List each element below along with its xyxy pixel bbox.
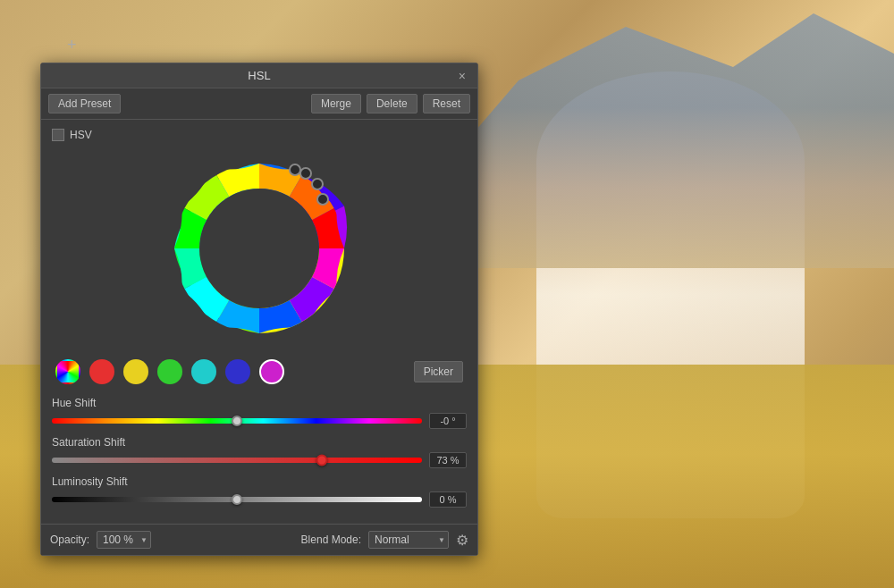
opacity-select-wrapper: 100 % 75 % 50 % 25 % [97, 531, 151, 549]
color-wheel-svg [161, 150, 358, 347]
svg-point-4 [290, 164, 300, 175]
saturation-shift-thumb[interactable] [316, 455, 328, 466]
blend-mode-select[interactable]: Normal Multiply Screen Overlay Soft Ligh… [368, 531, 449, 549]
hsv-row: HSV [52, 129, 467, 141]
blend-mode-select-wrapper: Normal Multiply Screen Overlay Soft Ligh… [368, 531, 449, 549]
svg-point-5 [300, 168, 311, 179]
saturation-shift-section: Saturation Shift 73 % [52, 436, 467, 468]
hsv-checkbox[interactable] [52, 129, 64, 141]
swatch-magenta[interactable] [259, 359, 284, 384]
panel-footer: Opacity: 100 % 75 % 50 % 25 % Blend Mode… [41, 524, 477, 555]
luminosity-shift-value: 0 % [429, 491, 467, 508]
picker-button[interactable]: Picker [414, 361, 463, 382]
opacity-label: Opacity: [50, 533, 89, 546]
luminosity-shift-section: Luminosity Shift 0 % [52, 475, 467, 508]
crosshair-cursor: + [67, 36, 85, 54]
hue-shift-row: -0 ° [52, 413, 467, 429]
settings-gear-icon[interactable]: ⚙ [456, 532, 468, 549]
panel-title: HSL [248, 69, 270, 82]
hsl-panel: HSL × Add Preset Merge Delete Reset HSV [40, 63, 478, 556]
swatch-blue[interactable] [225, 359, 250, 384]
panel-titlebar: HSL × [41, 63, 477, 88]
hue-shift-label: Hue Shift [52, 397, 467, 409]
swatch-cyan[interactable] [191, 359, 216, 384]
panel-toolbar: Add Preset Merge Delete Reset [41, 88, 477, 120]
saturation-shift-value: 73 % [429, 452, 467, 468]
svg-point-7 [317, 194, 328, 205]
hue-shift-section: Hue Shift -0 ° [52, 397, 467, 429]
swatch-green[interactable] [157, 359, 182, 384]
reset-button[interactable]: Reset [423, 94, 470, 113]
opacity-select[interactable]: 100 % 75 % 50 % 25 % [97, 531, 151, 549]
delete-button[interactable]: Delete [367, 94, 417, 113]
color-wheel-container [52, 150, 467, 347]
hue-shift-thumb[interactable] [232, 416, 242, 426]
swatch-red[interactable] [89, 359, 114, 384]
color-wheel-wrapper[interactable] [161, 150, 358, 347]
luminosity-shift-label: Luminosity Shift [52, 475, 467, 488]
svg-point-6 [312, 179, 323, 189]
saturation-shift-row: 73 % [52, 452, 467, 468]
hue-shift-value: -0 ° [429, 413, 467, 429]
luminosity-shift-thumb[interactable] [232, 494, 242, 505]
panel-body: HSV [41, 120, 477, 524]
luminosity-shift-track[interactable] [52, 497, 422, 502]
svg-point-3 [199, 189, 319, 308]
swatches-row: Picker [52, 359, 467, 384]
luminosity-shift-row: 0 % [52, 491, 467, 508]
add-preset-button[interactable]: Add Preset [48, 94, 121, 113]
merge-button[interactable]: Merge [311, 94, 361, 113]
saturation-shift-label: Saturation Shift [52, 436, 467, 449]
panel-close-button[interactable]: × [454, 67, 470, 85]
hsv-label: HSV [70, 129, 92, 141]
saturation-shift-track[interactable] [52, 458, 422, 463]
swatch-yellow[interactable] [123, 359, 148, 384]
swatch-rainbow[interactable] [55, 359, 80, 384]
blend-mode-label: Blend Mode: [301, 533, 361, 546]
hue-shift-track[interactable] [52, 418, 422, 424]
